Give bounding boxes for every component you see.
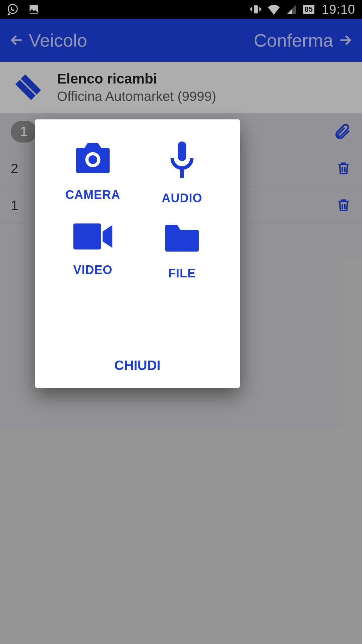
svg-point-6 [88, 155, 97, 164]
video-icon [72, 221, 114, 252]
close-button[interactable]: CHIUDI [42, 347, 233, 380]
microphone-icon [165, 140, 199, 180]
camera-label: CAMERA [65, 188, 120, 202]
camera-icon [71, 140, 115, 176]
video-option[interactable]: VIDEO [48, 221, 137, 280]
attachment-modal: CAMERA AUDIO VIDEO FILE CHIUDI [35, 119, 240, 388]
svg-rect-7 [178, 142, 186, 161]
audio-option[interactable]: AUDIO [137, 140, 227, 205]
svg-rect-9 [73, 223, 101, 250]
file-label: FILE [168, 266, 196, 280]
file-option[interactable]: FILE [137, 221, 227, 280]
audio-label: AUDIO [162, 191, 202, 205]
video-label: VIDEO [73, 263, 112, 277]
folder-icon [161, 221, 203, 255]
camera-option[interactable]: CAMERA [48, 140, 137, 205]
